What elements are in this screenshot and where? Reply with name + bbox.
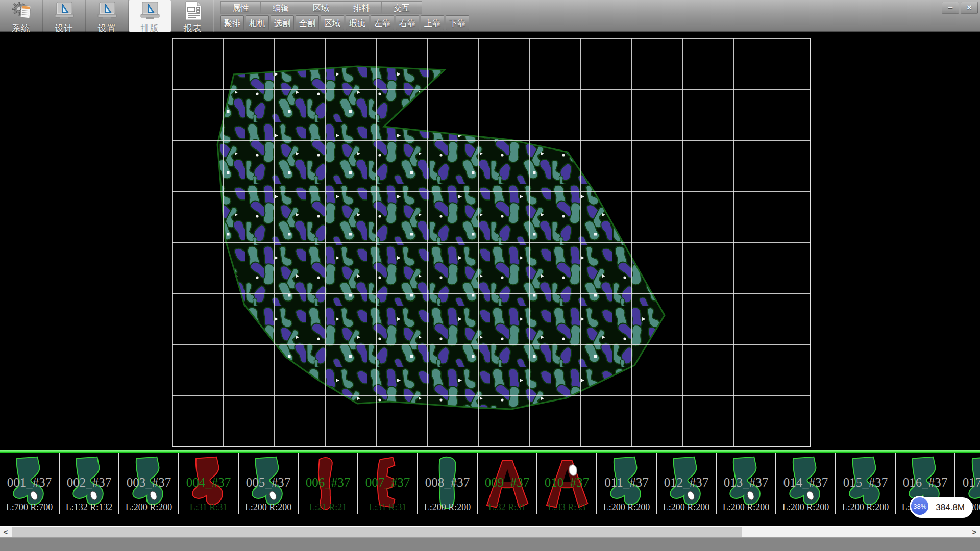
piece-name-label: 002_#37 (60, 475, 118, 490)
menu-tab-5[interactable]: 交互 (382, 1, 422, 14)
piece-lr-count-label: L:700 R:700 (0, 502, 59, 513)
piece-lr-count-label: L:132 R:132 (60, 502, 118, 513)
window-controls: – × (942, 2, 978, 14)
piece-thumbnail-007_#37[interactable]: 007_#37 L:31 R:31 (358, 453, 418, 514)
close-button[interactable]: × (961, 2, 978, 14)
piece-thumbnail-008_#37[interactable]: 008_#37 L:200 R:200 (418, 453, 478, 514)
piece-thumbnail-006_#37[interactable]: 006_#37 L:21 R:21 (299, 453, 358, 514)
minimize-button[interactable]: – (942, 2, 959, 14)
piece-lr-count-label: L:200 R:200 (776, 502, 835, 513)
strip-bottom-gap (0, 514, 980, 526)
memory-usage-label: 384.8M (936, 503, 965, 513)
piece-name-label: 001_#37 (0, 475, 59, 490)
piece-name-label: 006_#37 (299, 475, 357, 490)
piece-name-label: 014_#37 (776, 475, 835, 490)
leather-hide-nest[interactable] (0, 32, 980, 450)
piece-name-label: 011_#37 (597, 475, 656, 490)
piece-library-strip: 001_#37 L:700 R:700 002_#37 L:132 R:132 … (0, 450, 980, 514)
piece-thumbnail-009_#37[interactable]: 009_#37 L:32 R:31 (478, 453, 537, 514)
main-nav: 系统 设计 设置 排版 报表 (0, 0, 214, 32)
piece-thumbnail-015_#37[interactable]: 015_#37 L:200 R:200 (836, 453, 896, 514)
piece-name-label: 012_#37 (657, 475, 716, 490)
piece-thumbnail-013_#37[interactable]: 013_#37 L:200 R:200 (717, 453, 776, 514)
piece-thumbnail-004_#37[interactable]: 004_#37 L:31 R:31 (179, 453, 239, 514)
menu-tab-3[interactable]: 区域 (301, 1, 341, 14)
tool-button-5[interactable]: 区域 (321, 15, 344, 30)
scrollbar-thumb[interactable] (12, 527, 742, 538)
design-ruler-icon (53, 1, 76, 22)
nav-item-3[interactable]: 设置 (86, 0, 129, 32)
nav-item-2[interactable]: 设计 (43, 0, 86, 32)
piece-lr-count-label: L:31 R:31 (358, 502, 417, 513)
piece-name-label: 015_#37 (836, 475, 895, 490)
scroll-left-arrow-icon[interactable]: < (0, 527, 11, 538)
piece-lr-count-label: L:200 R:200 (418, 502, 477, 513)
piece-thumbnail-002_#37[interactable]: 002_#37 L:132 R:132 (60, 453, 119, 514)
nesting-canvas[interactable] (0, 32, 980, 450)
menu-tab-1[interactable]: 属性 (220, 1, 261, 14)
piece-name-label: 008_#37 (418, 475, 477, 490)
piece-thumbnail-001_#37[interactable]: 001_#37 L:700 R:700 (0, 453, 60, 514)
report-document-icon (182, 1, 204, 22)
piece-lr-count-label: L:200 R:200 (597, 502, 656, 513)
tool-button-7[interactable]: 左靠 (371, 15, 394, 30)
tool-button-4[interactable]: 全割 (296, 15, 319, 30)
nav-item-1[interactable]: 系统 (0, 0, 43, 32)
nav-item-4[interactable]: 排版 (129, 0, 172, 32)
piece-name-label: 007_#37 (358, 475, 417, 490)
piece-thumbnail-012_#37[interactable]: 012_#37 L:200 R:200 (657, 453, 717, 514)
nesting-ruler-icon (139, 1, 161, 22)
piece-lr-count-label: L:32 R:31 (478, 502, 536, 513)
piece-name-label: 005_#37 (239, 475, 298, 490)
piece-lr-count-label: L:31 R:31 (179, 502, 238, 513)
nav-item-5[interactable]: 报表 (172, 0, 214, 32)
app-window: { "window": { "minimize_label": "–", "cl… (0, 0, 980, 551)
system-gear-icon (10, 1, 33, 22)
piece-thumbnail-010_#37[interactable]: 010_#37 L:33 R:33 (537, 453, 597, 514)
material-usage-badge: 38% 384.8M (911, 497, 973, 518)
piece-lr-count-label: L:200 R:200 (717, 502, 775, 513)
usage-percent-indicator: 38% (910, 496, 930, 516)
piece-name-label: 017_#37 (955, 475, 980, 490)
piece-lr-count-label: L:21 R:21 (299, 502, 357, 513)
piece-lr-count-label: L:200 R:200 (239, 502, 298, 513)
piece-thumbnails: 001_#37 L:700 R:700 002_#37 L:132 R:132 … (0, 453, 980, 514)
piece-name-label: 016_#37 (896, 475, 954, 490)
status-bar (0, 537, 980, 551)
menu-tab-row: 属性编辑区域排料交互 (220, 1, 422, 14)
top-toolbar: 系统 设计 设置 排版 报表 属性编辑区域 (0, 0, 980, 32)
tool-button-9[interactable]: 上靠 (421, 15, 444, 30)
piece-lr-count-label: L:200 R:200 (657, 502, 716, 513)
menu-tab-4[interactable]: 排料 (341, 1, 382, 14)
piece-name-label: 003_#37 (119, 475, 178, 490)
piece-name-label: 009_#37 (478, 475, 536, 490)
piece-thumbnail-014_#37[interactable]: 014_#37 L:200 R:200 (776, 453, 836, 514)
piece-name-label: 010_#37 (537, 475, 596, 490)
piece-name-label: 013_#37 (717, 475, 775, 490)
tool-button-row: 聚排相机选割全割区域瑕疵左靠右靠上靠下靠 (220, 15, 469, 30)
piece-lr-count-label: L:33 R:33 (537, 502, 596, 513)
menu-tab-2[interactable]: 编辑 (261, 1, 301, 14)
tool-button-3[interactable]: 选割 (271, 15, 294, 30)
scroll-right-arrow-icon[interactable]: > (969, 527, 980, 538)
piece-lr-count-label: L:200 R:200 (119, 502, 178, 513)
tool-button-10[interactable]: 下靠 (446, 15, 469, 30)
horizontal-scrollbar[interactable]: < > (0, 526, 980, 537)
tool-button-2[interactable]: 相机 (246, 15, 269, 30)
tool-button-8[interactable]: 右靠 (396, 15, 419, 30)
piece-name-label: 004_#37 (179, 475, 238, 490)
piece-thumbnail-005_#37[interactable]: 005_#37 L:200 R:200 (239, 453, 299, 514)
piece-thumbnail-011_#37[interactable]: 011_#37 L:200 R:200 (597, 453, 657, 514)
piece-lr-count-label: L:200 R:200 (836, 502, 895, 513)
piece-thumbnail-003_#37[interactable]: 003_#37 L:200 R:200 (119, 453, 179, 514)
tool-button-1[interactable]: 聚排 (220, 15, 244, 30)
settings-ruler-icon (96, 1, 118, 22)
hide-outline (217, 66, 665, 409)
tool-button-6[interactable]: 瑕疵 (346, 15, 369, 30)
